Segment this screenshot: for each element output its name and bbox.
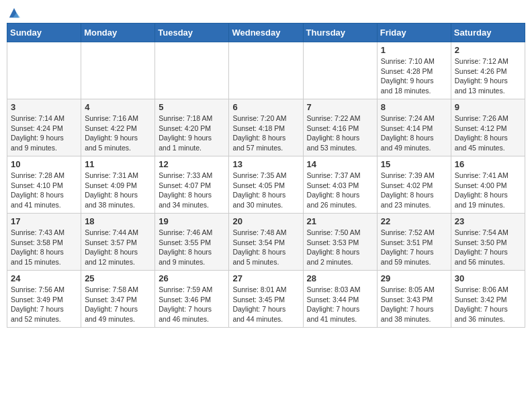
calendar-cell: 12Sunrise: 7:33 AM Sunset: 4:07 PM Dayli… xyxy=(155,156,229,214)
day-header-tuesday: Tuesday xyxy=(155,24,229,42)
day-header-wednesday: Wednesday xyxy=(229,24,303,42)
calendar-cell: 7Sunrise: 7:22 AM Sunset: 4:16 PM Daylig… xyxy=(303,99,377,156)
calendar-cell xyxy=(303,42,377,99)
logo xyxy=(7,9,20,20)
week-row-2: 3Sunrise: 7:14 AM Sunset: 4:24 PM Daylig… xyxy=(7,99,525,156)
day-number: 29 xyxy=(381,273,447,283)
day-info: Sunrise: 8:03 AM Sunset: 3:44 PM Dayligh… xyxy=(307,285,373,324)
day-number: 24 xyxy=(11,273,77,283)
calendar-cell: 30Sunrise: 8:06 AM Sunset: 3:42 PM Dayli… xyxy=(451,271,525,328)
week-row-1: 1Sunrise: 7:10 AM Sunset: 4:28 PM Daylig… xyxy=(7,42,525,99)
day-number: 26 xyxy=(159,273,225,283)
calendar-cell: 11Sunrise: 7:31 AM Sunset: 4:09 PM Dayli… xyxy=(81,156,155,214)
day-number: 4 xyxy=(85,102,151,112)
day-number: 18 xyxy=(85,216,151,226)
calendar-cell xyxy=(155,42,229,99)
day-header-saturday: Saturday xyxy=(451,24,525,42)
day-info: Sunrise: 7:52 AM Sunset: 3:51 PM Dayligh… xyxy=(381,228,447,267)
calendar-cell: 28Sunrise: 8:03 AM Sunset: 3:44 PM Dayli… xyxy=(303,271,377,328)
calendar-cell: 1Sunrise: 7:10 AM Sunset: 4:28 PM Daylig… xyxy=(377,42,451,99)
calendar-table: SundayMondayTuesdayWednesdayThursdayFrid… xyxy=(7,23,525,328)
day-info: Sunrise: 7:28 AM Sunset: 4:10 PM Dayligh… xyxy=(11,171,77,210)
day-info: Sunrise: 7:10 AM Sunset: 4:28 PM Dayligh… xyxy=(381,56,447,96)
calendar-cell: 4Sunrise: 7:16 AM Sunset: 4:22 PM Daylig… xyxy=(81,99,155,156)
day-info: Sunrise: 7:59 AM Sunset: 3:46 PM Dayligh… xyxy=(159,285,225,324)
calendar-cell xyxy=(7,42,81,99)
day-info: Sunrise: 7:14 AM Sunset: 4:24 PM Dayligh… xyxy=(11,113,77,153)
calendar-cell: 22Sunrise: 7:52 AM Sunset: 3:51 PM Dayli… xyxy=(377,214,451,271)
calendar-cell: 8Sunrise: 7:24 AM Sunset: 4:14 PM Daylig… xyxy=(377,99,451,156)
day-info: Sunrise: 7:12 AM Sunset: 4:26 PM Dayligh… xyxy=(455,56,521,96)
calendar-cell: 16Sunrise: 7:41 AM Sunset: 4:00 PM Dayli… xyxy=(451,156,525,214)
calendar-cell: 15Sunrise: 7:39 AM Sunset: 4:02 PM Dayli… xyxy=(377,156,451,214)
days-header-row: SundayMondayTuesdayWednesdayThursdayFrid… xyxy=(7,24,525,42)
week-row-4: 17Sunrise: 7:43 AM Sunset: 3:58 PM Dayli… xyxy=(7,214,525,271)
day-number: 9 xyxy=(455,102,521,112)
day-info: Sunrise: 7:46 AM Sunset: 3:55 PM Dayligh… xyxy=(159,228,225,267)
day-number: 10 xyxy=(11,159,77,169)
day-header-friday: Friday xyxy=(377,24,451,42)
day-info: Sunrise: 7:50 AM Sunset: 3:53 PM Dayligh… xyxy=(307,228,373,267)
day-number: 13 xyxy=(232,159,299,169)
day-number: 11 xyxy=(85,159,151,169)
header xyxy=(7,7,525,20)
day-header-monday: Monday xyxy=(81,24,155,42)
day-info: Sunrise: 7:24 AM Sunset: 4:14 PM Dayligh… xyxy=(381,113,447,153)
day-info: Sunrise: 7:33 AM Sunset: 4:07 PM Dayligh… xyxy=(159,171,225,210)
calendar-cell: 27Sunrise: 8:01 AM Sunset: 3:45 PM Dayli… xyxy=(229,271,303,328)
day-info: Sunrise: 7:39 AM Sunset: 4:02 PM Dayligh… xyxy=(381,171,447,210)
day-number: 12 xyxy=(159,159,225,169)
day-info: Sunrise: 7:48 AM Sunset: 3:54 PM Dayligh… xyxy=(232,228,299,267)
day-number: 3 xyxy=(11,102,77,112)
day-info: Sunrise: 7:56 AM Sunset: 3:49 PM Dayligh… xyxy=(11,285,77,324)
day-info: Sunrise: 7:20 AM Sunset: 4:18 PM Dayligh… xyxy=(232,113,299,153)
calendar-cell: 9Sunrise: 7:26 AM Sunset: 4:12 PM Daylig… xyxy=(451,99,525,156)
calendar-cell xyxy=(229,42,303,99)
day-number: 25 xyxy=(85,273,151,283)
day-number: 2 xyxy=(455,45,521,55)
calendar-cell: 24Sunrise: 7:56 AM Sunset: 3:49 PM Dayli… xyxy=(7,271,81,328)
day-info: Sunrise: 7:58 AM Sunset: 3:47 PM Dayligh… xyxy=(85,285,151,324)
day-number: 14 xyxy=(307,159,373,169)
day-info: Sunrise: 7:16 AM Sunset: 4:22 PM Dayligh… xyxy=(85,113,151,153)
day-header-thursday: Thursday xyxy=(303,24,377,42)
day-number: 8 xyxy=(381,102,447,112)
calendar-cell: 3Sunrise: 7:14 AM Sunset: 4:24 PM Daylig… xyxy=(7,99,81,156)
day-number: 20 xyxy=(232,216,299,226)
day-number: 1 xyxy=(381,45,447,55)
day-info: Sunrise: 7:35 AM Sunset: 4:05 PM Dayligh… xyxy=(232,171,299,210)
day-info: Sunrise: 7:54 AM Sunset: 3:50 PM Dayligh… xyxy=(455,228,521,267)
calendar-cell: 25Sunrise: 7:58 AM Sunset: 3:47 PM Dayli… xyxy=(81,271,155,328)
calendar-cell: 18Sunrise: 7:44 AM Sunset: 3:57 PM Dayli… xyxy=(81,214,155,271)
day-number: 6 xyxy=(232,102,299,112)
day-info: Sunrise: 8:01 AM Sunset: 3:45 PM Dayligh… xyxy=(232,285,299,324)
day-number: 30 xyxy=(455,273,521,283)
day-info: Sunrise: 8:05 AM Sunset: 3:43 PM Dayligh… xyxy=(381,285,447,324)
calendar-cell: 13Sunrise: 7:35 AM Sunset: 4:05 PM Dayli… xyxy=(229,156,303,214)
week-row-5: 24Sunrise: 7:56 AM Sunset: 3:49 PM Dayli… xyxy=(7,271,525,328)
day-info: Sunrise: 7:41 AM Sunset: 4:00 PM Dayligh… xyxy=(455,171,521,210)
calendar-cell: 6Sunrise: 7:20 AM Sunset: 4:18 PM Daylig… xyxy=(229,99,303,156)
calendar-cell: 21Sunrise: 7:50 AM Sunset: 3:53 PM Dayli… xyxy=(303,214,377,271)
day-number: 28 xyxy=(307,273,373,283)
day-number: 17 xyxy=(11,216,77,226)
calendar-cell: 19Sunrise: 7:46 AM Sunset: 3:55 PM Dayli… xyxy=(155,214,229,271)
calendar-cell: 14Sunrise: 7:37 AM Sunset: 4:03 PM Dayli… xyxy=(303,156,377,214)
day-info: Sunrise: 7:18 AM Sunset: 4:20 PM Dayligh… xyxy=(159,113,225,153)
week-row-3: 10Sunrise: 7:28 AM Sunset: 4:10 PM Dayli… xyxy=(7,156,525,214)
day-info: Sunrise: 7:26 AM Sunset: 4:12 PM Dayligh… xyxy=(455,113,521,153)
logo-icon xyxy=(8,7,20,20)
day-number: 7 xyxy=(307,102,373,112)
day-number: 5 xyxy=(159,102,225,112)
calendar-cell: 26Sunrise: 7:59 AM Sunset: 3:46 PM Dayli… xyxy=(155,271,229,328)
day-number: 21 xyxy=(307,216,373,226)
calendar-cell: 23Sunrise: 7:54 AM Sunset: 3:50 PM Dayli… xyxy=(451,214,525,271)
calendar-cell: 2Sunrise: 7:12 AM Sunset: 4:26 PM Daylig… xyxy=(451,42,525,99)
day-info: Sunrise: 7:31 AM Sunset: 4:09 PM Dayligh… xyxy=(85,171,151,210)
calendar-cell: 17Sunrise: 7:43 AM Sunset: 3:58 PM Dayli… xyxy=(7,214,81,271)
day-number: 23 xyxy=(455,216,521,226)
calendar-cell xyxy=(81,42,155,99)
day-number: 22 xyxy=(381,216,447,226)
day-info: Sunrise: 7:22 AM Sunset: 4:16 PM Dayligh… xyxy=(307,113,373,153)
day-number: 19 xyxy=(159,216,225,226)
